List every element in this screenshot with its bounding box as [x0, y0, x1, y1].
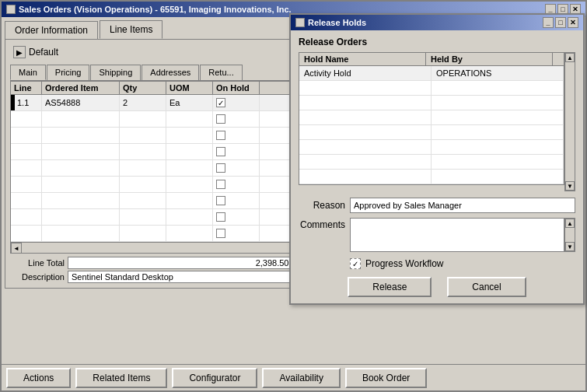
dialog-table-row[interactable] — [299, 110, 564, 125]
cell-qty-2 — [120, 111, 166, 127]
release-button[interactable]: Release — [348, 277, 432, 297]
action-bar: Actions Related Items Configurator Avail… — [2, 364, 585, 390]
reason-label: Reason — [299, 200, 345, 211]
tab-order-information[interactable]: Order Information — [5, 21, 98, 39]
dialog-table-vscrollbar[interactable]: ▲ ▼ — [564, 52, 575, 191]
col-qty: Qty — [120, 82, 166, 94]
scroll-down-arrow[interactable]: ▼ — [565, 181, 575, 191]
cell-line-2 — [11, 111, 42, 127]
dialog-cell-heldby-1: OPERATIONS — [432, 66, 564, 80]
scroll-up-arrow[interactable]: ▲ — [565, 53, 575, 62]
release-holds-dialog: Release Holds _ □ ✕ Release Orders Hold … — [289, 13, 585, 305]
cell-uom-1: Ea — [166, 95, 213, 110]
description-value: Sentinel Standard Desktop — [68, 271, 293, 283]
dialog-controls: _ □ ✕ — [543, 17, 578, 28]
cell-line-1: 1.1 — [11, 95, 42, 110]
dialog-title-content: Release Holds — [295, 18, 366, 27]
onhold-checkbox-4[interactable] — [216, 147, 225, 156]
default-icon: ▶ — [13, 46, 26, 58]
col-line: Line — [11, 82, 42, 94]
dialog-buttons: Release Cancel — [299, 277, 575, 297]
progress-workflow-checkbox[interactable]: ✓ — [350, 258, 361, 269]
comments-label: Comments — [299, 218, 345, 230]
comments-wrapper: ▲ ▼ — [350, 218, 575, 252]
subtab-returns[interactable]: Retu... — [200, 65, 242, 80]
book-order-button[interactable]: Book Order — [345, 368, 427, 388]
comments-vscrollbar[interactable]: ▲ ▼ — [564, 218, 575, 252]
dialog-table-wrapper: Hold Name Held By Activity Hold OPERATIO… — [299, 52, 575, 191]
scroll-left-arrow[interactable]: ◄ — [11, 243, 22, 254]
onhold-checkbox-9[interactable] — [216, 229, 225, 238]
subtab-addresses[interactable]: Addresses — [142, 65, 199, 80]
cell-onhold-2[interactable] — [213, 111, 260, 127]
comments-row: Comments ▲ ▼ — [299, 218, 575, 252]
main-window: Sales Orders (Vision Operations) - 65591… — [0, 0, 587, 392]
onhold-checkbox-7[interactable] — [216, 196, 225, 205]
subtab-shipping[interactable]: Shipping — [90, 65, 141, 80]
cell-onhold-1[interactable] — [213, 95, 260, 110]
description-label: Description — [10, 272, 65, 282]
dialog-table-row[interactable] — [299, 96, 564, 110]
dialog-col-holdname: Hold Name — [299, 53, 426, 65]
col-uom: UOM — [166, 82, 213, 94]
onhold-checkbox-5[interactable] — [216, 163, 225, 173]
tab-line-items[interactable]: Line Items — [100, 20, 162, 39]
reason-row: Reason — [299, 198, 575, 213]
dialog-table-row[interactable] — [299, 140, 564, 155]
dialog-section-title: Release Orders — [299, 37, 575, 47]
comments-scroll-up[interactable]: ▲ — [565, 219, 575, 228]
dialog-table-row[interactable] — [299, 170, 564, 184]
onhold-checkbox-3[interactable] — [216, 131, 225, 140]
window-title: Sales Orders (Vision Operations) - 65591… — [19, 5, 292, 14]
default-label: Default — [29, 47, 58, 58]
col-ordered-item: Ordered Item — [42, 82, 120, 94]
dialog-content: Release Orders Hold Name Held By Activit… — [291, 30, 583, 303]
configurator-button[interactable]: Configurator — [172, 368, 257, 388]
dialog-cell-holdname-1: Activity Hold — [299, 66, 432, 80]
dialog-title-text: Release Holds — [308, 18, 366, 27]
title-bar-icon: Sales Orders (Vision Operations) - 65591… — [6, 5, 292, 14]
onhold-checkbox-1[interactable] — [216, 98, 225, 107]
line-total-label: Line Total — [10, 258, 65, 268]
dialog-title-icon — [295, 18, 305, 27]
cancel-button[interactable]: Cancel — [447, 277, 526, 297]
cell-item-1: AS54888 — [42, 95, 120, 110]
dialog-table-row[interactable] — [299, 125, 564, 140]
dialog-maximize-button[interactable]: □ — [555, 17, 566, 28]
dialog-minimize-button[interactable]: _ — [543, 17, 554, 28]
line-total-row: Line Total 2,398.50 — [10, 257, 293, 269]
comments-textarea[interactable] — [350, 218, 564, 252]
dialog-table-row[interactable] — [299, 155, 564, 170]
description-row: Description Sentinel Standard Desktop — [10, 271, 293, 283]
workflow-row: ✓ Progress Workflow — [299, 258, 575, 269]
cell-item-2 — [42, 111, 120, 127]
reason-input[interactable] — [350, 198, 575, 213]
subtab-main[interactable]: Main — [10, 65, 46, 80]
dialog-col-heldby: Held By — [426, 53, 553, 65]
related-items-button[interactable]: Related Items — [75, 368, 167, 388]
cell-uom-2 — [166, 111, 213, 127]
comments-scroll-down[interactable]: ▼ — [565, 242, 575, 251]
cell-qty-1: 2 — [120, 95, 166, 110]
line-total-value: 2,398.50 — [68, 257, 293, 269]
dialog-holds-table: Hold Name Held By Activity Hold OPERATIO… — [299, 52, 564, 185]
dialog-title-bar: Release Holds _ □ ✕ — [291, 15, 583, 30]
col-on-hold: On Hold — [213, 82, 260, 94]
dialog-table-row[interactable]: Activity Hold OPERATIONS — [299, 66, 564, 81]
actions-button[interactable]: Actions — [6, 368, 71, 388]
subtab-pricing[interactable]: Pricing — [47, 65, 90, 80]
dialog-table-header: Hold Name Held By — [299, 53, 564, 66]
onhold-checkbox-8[interactable] — [216, 212, 225, 222]
onhold-checkbox-2[interactable] — [216, 114, 225, 124]
dialog-table-row[interactable] — [299, 81, 564, 96]
dialog-close-button[interactable]: ✕ — [568, 17, 578, 28]
onhold-checkbox-6[interactable] — [216, 180, 225, 189]
availability-button[interactable]: Availability — [262, 368, 340, 388]
progress-workflow-label: Progress Workflow — [365, 258, 443, 269]
